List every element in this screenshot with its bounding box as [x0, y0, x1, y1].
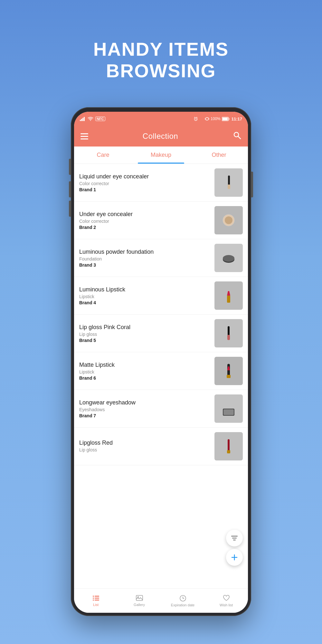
svg-rect-1 [81, 119, 82, 121]
product-thumb-svg [219, 437, 238, 456]
search-icon [232, 131, 242, 140]
nav-list-label: List [93, 603, 99, 607]
product-category: Lipstick [79, 294, 211, 299]
product-info: Lipgloss Red Lip gloss [79, 440, 211, 453]
svg-rect-2 [82, 118, 83, 121]
product-info: Longwear eyeshadow Eyeshadows Brand 7 [79, 399, 211, 418]
product-info: Luminous powder foundation Foundation Br… [79, 249, 211, 268]
product-category: Color corrector [79, 181, 211, 186]
product-thumb-svg [219, 211, 238, 230]
product-brand: Brand 7 [79, 413, 211, 418]
heart-nav-icon [223, 595, 230, 602]
list-item[interactable]: Under eye concealer Color corrector Bran… [74, 202, 248, 239]
nav-wishlist-label: Wish list [220, 603, 233, 607]
list-item[interactable]: Liquid under eye concealer Color correct… [74, 164, 248, 202]
product-category: Lipstick [79, 369, 211, 374]
nav-wishlist[interactable]: Wish list [204, 592, 248, 610]
tab-care[interactable]: Care [74, 147, 132, 164]
signal-icon [80, 117, 86, 121]
battery-percent: 100% [211, 117, 221, 121]
nav-expiration[interactable]: Expiration date [161, 592, 204, 610]
product-thumb-svg [219, 324, 238, 343]
plus-icon [231, 554, 238, 561]
search-button[interactable] [232, 131, 242, 142]
nfc-icon: NFC [95, 117, 105, 121]
filter-fab-button[interactable] [226, 530, 243, 546]
product-list: Liquid under eye concealer Color correct… [74, 164, 248, 465]
product-thumbnail [214, 394, 243, 423]
product-name: Liquid under eye concealer [79, 173, 211, 180]
status-right: 100% 11:17 [194, 117, 242, 121]
product-brand: Brand 1 [79, 187, 211, 192]
product-brand: Brand 3 [79, 262, 211, 268]
svg-rect-36 [227, 450, 230, 453]
svg-rect-47 [95, 600, 99, 601]
nav-expiration-label: Expiration date [171, 603, 194, 607]
svg-point-49 [137, 596, 139, 598]
clock-nav-icon [179, 595, 186, 602]
product-thumb-svg [219, 286, 238, 305]
svg-point-20 [223, 255, 234, 261]
svg-rect-44 [93, 598, 94, 599]
product-name: Matte Lipstick [79, 362, 211, 368]
tab-makeup[interactable]: Makeup [132, 147, 190, 164]
tabs-bar: Care Makeup Other [74, 147, 248, 164]
top-bar: Collection [74, 126, 248, 147]
product-brand: Brand 4 [79, 300, 211, 305]
product-thumb-svg [219, 248, 238, 268]
svg-rect-26 [227, 335, 230, 340]
product-category: Lip gloss [79, 447, 211, 452]
list-item[interactable]: Lipgloss Red Lip gloss [74, 428, 248, 465]
product-info: Luminous Lipstick Lipstick Brand 4 [79, 286, 211, 305]
product-name: Longwear eyeshadow [79, 399, 211, 406]
product-thumbnail [214, 244, 243, 272]
svg-rect-22 [227, 296, 230, 303]
product-brand: Brand 5 [79, 338, 211, 343]
svg-rect-45 [95, 598, 99, 599]
product-brand: Brand 6 [79, 375, 211, 381]
moon-icon [199, 117, 204, 121]
list-item[interactable]: Matte Lipstick Lipstick Brand 6 [74, 352, 248, 390]
product-category: Foundation [79, 256, 211, 261]
hamburger-menu-button[interactable] [80, 133, 88, 139]
status-bar: NFC [74, 112, 248, 126]
nav-list[interactable]: List [74, 592, 118, 609]
list-item[interactable]: Longwear eyeshadow Eyeshadows Brand 7 [74, 390, 248, 428]
product-list-container: Liquid under eye concealer Color correct… [74, 164, 248, 588]
product-category: Lip gloss [79, 332, 211, 337]
status-left: NFC [80, 117, 105, 121]
list-item[interactable]: Luminous powder foundation Foundation Br… [74, 239, 248, 277]
product-name: Lipgloss Red [79, 440, 211, 446]
bottom-nav: List Gallery Expiration date [74, 588, 248, 613]
svg-rect-6 [206, 118, 208, 120]
nav-gallery[interactable]: Gallery [118, 592, 161, 609]
product-thumbnail [214, 281, 243, 310]
svg-rect-33 [223, 409, 234, 415]
product-info: Liquid under eye concealer Color correct… [79, 173, 211, 192]
svg-rect-30 [227, 375, 231, 378]
product-name: Luminous Lipstick [79, 286, 211, 293]
product-thumbnail [214, 168, 243, 197]
product-info: Matte Lipstick Lipstick Brand 6 [79, 362, 211, 381]
svg-rect-13 [228, 185, 230, 189]
phone-shell: NFC [71, 107, 251, 616]
product-category: Color corrector [79, 219, 211, 224]
svg-rect-0 [80, 120, 81, 121]
hero-section: HANDY ITEMS BROWSING [93, 19, 229, 94]
vibrate-icon [205, 117, 209, 121]
add-fab-button[interactable] [226, 549, 243, 566]
nav-gallery-label: Gallery [134, 603, 145, 607]
product-thumbnail [214, 319, 243, 347]
wifi-icon [88, 117, 93, 121]
tab-other[interactable]: Other [190, 147, 248, 164]
list-item[interactable]: Lip gloss Pink Coral Lip gloss Brand 5 [74, 315, 248, 352]
list-item[interactable]: Luminous Lipstick Lipstick Brand 4 [74, 277, 248, 315]
product-thumbnail [214, 357, 243, 385]
battery-icon [222, 117, 230, 121]
gallery-nav-icon [136, 595, 143, 601]
svg-line-10 [238, 136, 241, 139]
svg-rect-46 [93, 600, 94, 601]
product-thumb-svg [219, 361, 238, 381]
product-brand: Brand 2 [79, 225, 211, 230]
hero-title: HANDY ITEMS BROWSING [93, 39, 229, 81]
